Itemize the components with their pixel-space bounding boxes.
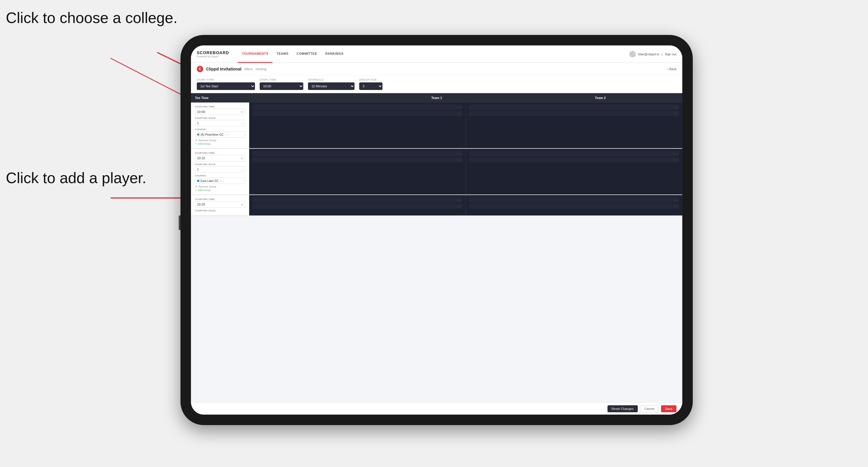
team2-cell-1: × ⌄ × ⌄ xyxy=(466,102,682,148)
start-time-group: Start Time 10:00 xyxy=(260,78,303,90)
page-header: C Clippd Invitational (Men) Hosting ‹ Ba… xyxy=(191,63,682,75)
player-slot-5-1[interactable]: × ⌄ xyxy=(252,197,463,203)
player-slot-1-2[interactable]: × ⌄ xyxy=(252,111,463,116)
course-input-2[interactable]: East Lake GC × ⌄ xyxy=(195,178,245,184)
group-size-label: Group Size xyxy=(359,78,382,81)
add-group-1[interactable]: +Add Group xyxy=(195,143,245,145)
annotation-add-player: Click to add a player. xyxy=(6,169,147,187)
avatar xyxy=(629,51,636,57)
player-slot-3-1[interactable]: × ⌄ xyxy=(252,151,463,156)
tablet-shell: SCOREBOARD Powered by clippd TOURNAMENTS… xyxy=(181,35,693,425)
starting-time-input-2[interactable]: 10:10 ⊙ xyxy=(195,155,245,161)
nav-link-teams[interactable]: TEAMS xyxy=(273,45,292,63)
starting-hole-input-1[interactable]: 1 ⌄ xyxy=(195,120,245,126)
team2-cell-2: × ⌄ × ⌄ xyxy=(466,149,682,194)
annotation-choose-college: Click to choose a college. xyxy=(6,9,178,27)
remove-group-2[interactable]: ↺Remove Group xyxy=(195,185,245,188)
nav-bar: SCOREBOARD Powered by clippd TOURNAMENTS… xyxy=(191,45,682,63)
starting-time-label-3: STARTING TIME: xyxy=(195,198,245,200)
nav-link-committee[interactable]: COMMITTEE xyxy=(292,45,321,63)
team2-cell-3: × ⌄ × ⌄ xyxy=(466,195,682,215)
player-slot-2-2[interactable]: × ⌄ xyxy=(469,111,679,116)
user-email: blair@clippd.io xyxy=(638,53,659,56)
starting-time-label-1: STARTING TIME: xyxy=(195,105,245,108)
group-3-left: STARTING TIME: 10:20 ⊙ STARTING HOLE: xyxy=(191,195,249,215)
starting-hole-label-1: STARTING HOLE: xyxy=(195,117,245,119)
remove-group-1[interactable]: ↺Remove Group xyxy=(195,139,245,142)
brand-name: SCOREBOARD xyxy=(197,50,229,55)
cancel-button[interactable]: Cancel xyxy=(640,405,659,412)
groups-container: STARTING TIME: 10:00 ⊙ STARTING HOLE: 1 … xyxy=(191,102,682,403)
nav-right: blair@clippd.io | Sign out xyxy=(629,51,677,57)
intervals-label: Intervals xyxy=(308,78,354,81)
starting-hole-label-2: STARTING HOLE: xyxy=(195,163,245,166)
page-subtitle-tag: (Men) xyxy=(244,67,253,71)
col-team2: Team 2 xyxy=(519,93,682,102)
starting-hole-label-3: STARTING HOLE: xyxy=(195,209,245,212)
page-title: Clippd Invitational xyxy=(206,67,241,71)
brand-powered: Powered by clippd xyxy=(197,55,229,58)
start-type-group: Start Type 1st Tee Start xyxy=(197,78,255,90)
player-slot-4-2[interactable]: × ⌄ xyxy=(469,157,679,162)
table-header: Tee Time Team 1 Team 2 xyxy=(191,93,682,102)
course-dot-1 xyxy=(197,133,199,136)
reset-button[interactable]: Reset Changes xyxy=(608,405,638,412)
col-team1: Team 1 xyxy=(355,93,519,102)
group-row-1: STARTING TIME: 10:00 ⊙ STARTING HOLE: 1 … xyxy=(191,102,682,149)
start-time-select[interactable]: 10:00 xyxy=(260,83,303,90)
intervals-group: Intervals 10 Minutes xyxy=(308,78,354,90)
player-slot-5-2[interactable]: × ⌄ xyxy=(252,204,463,209)
player-slot-1-1[interactable]: × ⌄ xyxy=(252,104,463,110)
player-slot-6-1[interactable]: × ⌄ xyxy=(469,197,679,203)
nav-link-tournaments[interactable]: TOURNAMENTS xyxy=(238,45,273,63)
starting-time-input-1[interactable]: 10:00 ⊙ xyxy=(195,108,245,115)
team1-cell-1: × ⌄ × ⌄ xyxy=(249,102,466,148)
col-tee-time: Tee Time xyxy=(191,93,249,102)
back-button[interactable]: ‹ Back xyxy=(668,67,677,71)
group-row-2: STARTING TIME: 10:10 ⊙ STARTING HOLE: 1 … xyxy=(191,149,682,195)
player-slot-3-2[interactable]: × ⌄ xyxy=(252,157,463,162)
course-label-2: COURSE: xyxy=(195,175,245,177)
start-type-label: Start Type xyxy=(197,78,255,81)
group-1-left: STARTING TIME: 10:00 ⊙ STARTING HOLE: 1 … xyxy=(191,102,249,148)
main-content: STARTING TIME: 10:00 ⊙ STARTING HOLE: 1 … xyxy=(191,102,682,403)
player-slot-6-2[interactable]: × ⌄ xyxy=(469,204,679,209)
course-input-1[interactable]: (A) Peachtree GC × ⌄ xyxy=(195,131,245,138)
course-dot-2 xyxy=(197,180,199,182)
brand: SCOREBOARD Powered by clippd xyxy=(197,50,229,58)
nav-links: TOURNAMENTS TEAMS COMMITTEE RANKINGS xyxy=(238,45,629,63)
team1-cell-2: × ⌄ × ⌄ xyxy=(249,149,466,194)
group-row-3: STARTING TIME: 10:20 ⊙ STARTING HOLE: × … xyxy=(191,195,682,216)
nav-link-rankings[interactable]: RANKINGS xyxy=(321,45,347,63)
group-size-group: Group Size 3 xyxy=(359,78,382,90)
player-slot-2-1[interactable]: × ⌄ xyxy=(469,104,679,110)
page-title-row: C Clippd Invitational (Men) Hosting xyxy=(197,66,266,72)
footer-bar: Reset Changes Cancel Save xyxy=(191,403,682,414)
start-time-label: Start Time xyxy=(260,78,303,81)
player-slot-4-1[interactable]: × ⌄ xyxy=(469,151,679,156)
group-2-left: STARTING TIME: 10:10 ⊙ STARTING HOLE: 1 … xyxy=(191,149,249,194)
save-button[interactable]: Save xyxy=(661,405,677,412)
course-label-1: COURSE: xyxy=(195,128,245,131)
starting-hole-input-2[interactable]: 1 ⌄ xyxy=(195,166,245,173)
start-type-select[interactable]: 1st Tee Start xyxy=(197,83,255,90)
team1-cell-3: × ⌄ × ⌄ xyxy=(249,195,466,215)
starting-time-label-2: STARTING TIME: xyxy=(195,152,245,154)
controls-row: Start Type 1st Tee Start Start Time 10:0… xyxy=(191,75,682,93)
clippd-icon: C xyxy=(197,66,203,72)
page-hosting: Hosting xyxy=(255,67,266,71)
separator: | xyxy=(662,53,662,56)
intervals-select[interactable]: 10 Minutes xyxy=(308,83,354,90)
add-group-2[interactable]: +Add Group xyxy=(195,189,245,192)
sign-out-link[interactable]: Sign out xyxy=(665,53,677,56)
group-size-select[interactable]: 3 xyxy=(359,83,382,90)
starting-time-input-3[interactable]: 10:20 ⊙ xyxy=(195,201,245,208)
tablet-screen: SCOREBOARD Powered by clippd TOURNAMENTS… xyxy=(191,45,682,414)
